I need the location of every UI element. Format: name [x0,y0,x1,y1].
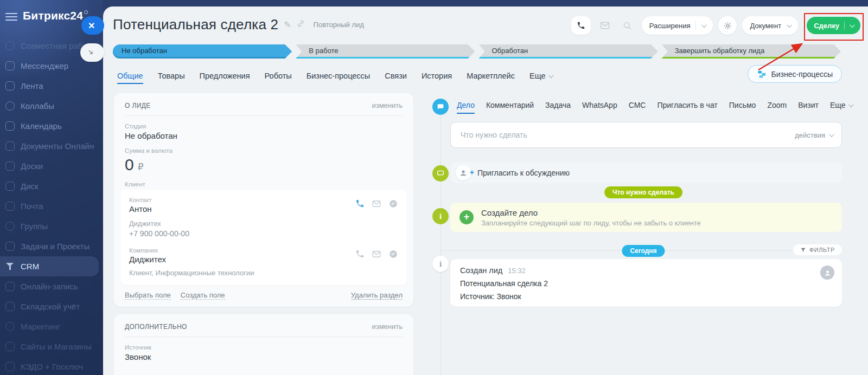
sidebar-item-sites[interactable]: Сайты и Магазины [0,337,103,357]
extensions-dropdown[interactable]: Расширения [642,16,713,35]
stage-not-processed[interactable]: Не обработан [113,44,292,59]
email-icon[interactable] [372,199,381,209]
sidebar-item-collabs[interactable]: Коллабы [0,96,103,116]
activity-more-chevron-icon [848,102,854,107]
feed-icon [5,81,15,90]
sidebar-item-booking[interactable]: Онлайн-запись [0,276,103,296]
create-field-link[interactable]: Создать поле [181,291,225,300]
delete-section-link[interactable]: Удалить раздел [351,291,403,300]
stage-field-label: Стадия [125,123,403,130]
close-slider-button[interactable]: ✕ [81,16,104,35]
activity-tab-comment[interactable]: Комментарий [486,101,534,109]
email-icon[interactable] [372,249,381,259]
activity-tab-visit[interactable]: Визит [798,101,819,109]
activity-tab-more[interactable]: Еще [830,101,853,109]
tab-history[interactable]: История [422,72,452,80]
stage-processed[interactable]: Обработан [479,44,658,59]
activity-tab-letter[interactable]: Письмо [729,101,756,109]
actions-dropdown[interactable]: действия [795,131,833,139]
edit-pencil-icon[interactable]: ✎ [284,20,291,30]
lead-detail-panel: Потенциальная сделка 2 ✎ Повторный лид Р… [103,7,868,375]
sidebar-nav: Совместная работа Мессенджер Лента Колла… [0,36,103,375]
sidebar-item-boards[interactable]: Доски [0,156,103,176]
activity-tab-sms[interactable]: СМС [629,101,646,109]
user-avatar-icon [820,266,834,280]
tasks-icon [5,242,15,251]
business-processes-button[interactable]: Бизнес-процессы [748,65,842,83]
search-contact-button[interactable] [619,21,636,31]
filter-funnel-icon [800,247,806,253]
select-field-link[interactable]: Выбрать поле [125,291,171,300]
stage-finish[interactable]: Завершить обработку лида [662,44,841,59]
email-icon [599,20,610,31]
collaboration-icon [5,41,15,50]
sidebar-item-groups[interactable]: Группы [0,216,103,236]
contact-label: Контакт [129,197,152,203]
call-button[interactable] [571,16,591,35]
sidebar-item-documents[interactable]: Документы Онлайн [0,136,103,156]
main-tabs: Общие Товары Предложения Роботы Бизнес-п… [117,68,552,83]
tab-marketplace[interactable]: Маркетплейс [467,72,515,80]
sidebar-item-kedo[interactable]: КЭДО + Госключ [0,357,103,375]
tab-general[interactable]: Общие [117,72,143,80]
company-name[interactable]: Диджитех [129,255,166,264]
sidebar-item-tasks[interactable]: Задачи и Проекты [0,236,103,256]
close-icon: ✕ [88,21,95,31]
extra-card-edit-link[interactable]: изменить [372,322,403,331]
stage-in-progress[interactable]: В работе [296,44,475,59]
phone-icon[interactable] [355,249,365,258]
sidebar-item-mail[interactable]: Почта [0,196,103,216]
contact-name[interactable]: Антон [129,204,152,214]
comment-bubble-icon [432,165,449,182]
documents-icon [5,141,15,151]
amount-field-label: Сумма и валюта [125,147,403,154]
page-header: Потенциальная сделка 2 ✎ Повторный лид [113,16,364,33]
hint-title[interactable]: Создайте дело [481,208,701,217]
tab-business-processes[interactable]: Бизнес-процессы [307,72,371,80]
document-dropdown[interactable]: Документ [742,16,798,35]
email-button[interactable] [596,20,614,31]
sidebar-item-disk[interactable]: Диск [0,176,103,196]
tab-relations[interactable]: Связи [385,72,407,80]
settings-gear-icon [723,21,732,30]
todo-reminder-pill[interactable]: Что нужно сделать [604,186,682,198]
filter-button[interactable]: ФИЛЬТР [793,244,842,255]
hint-plus-icon[interactable]: + [459,210,474,224]
sidebar-item-feed[interactable]: Лента [0,76,103,96]
activity-tab-whatsapp[interactable]: WhatsApp [582,101,617,109]
today-pill[interactable]: Сегодня [622,245,665,257]
timeline-event-card[interactable]: Создан лид 15:32 Потенциальная сделка 2 … [450,259,842,307]
menu-toggle-icon[interactable] [5,13,17,21]
tab-more[interactable]: Еще [529,72,553,80]
chat-icon[interactable] [388,249,398,259]
lead-card-edit-link[interactable]: изменить [372,101,403,109]
crm-icon [5,262,15,271]
invite-discussion-row[interactable]: + Пригласить к обсуждению [450,163,842,183]
groups-icon [5,222,15,231]
tab-quotes[interactable]: Предложения [200,72,250,80]
create-deal-button[interactable]: Сделку [807,17,860,34]
create-activity-hint: + Создайте дело Запланируйте следующий ш… [450,203,842,232]
sidebar-item-crm[interactable]: CRM [0,256,99,276]
app-logo[interactable]: Битрикс24 [23,9,88,22]
activity-chat-icon [432,99,449,115]
contact-phone[interactable]: +7 900 000-00-00 [129,229,398,238]
timeline-rail [441,112,441,375]
activity-tab-task[interactable]: Задача [545,101,571,109]
tab-products[interactable]: Товары [158,72,185,80]
sidebar-item-warehouse[interactable]: Складской учёт [0,296,103,316]
copy-link-icon[interactable] [297,20,305,30]
activity-tab-deal[interactable]: Дело [457,101,475,109]
settings-button[interactable] [718,16,737,35]
invite-plus-icon: + [470,168,474,177]
sidebar-item-marketing[interactable]: Маркетинг [0,316,103,337]
activity-tab-zoom[interactable]: Zoom [767,101,787,109]
sidebar-item-calendar[interactable]: Календарь [0,116,103,136]
activity-tab-invite-chat[interactable]: Пригласить в чат [657,101,717,109]
chat-icon[interactable] [388,199,398,209]
collapse-slider-button[interactable] [80,43,104,62]
phone-icon[interactable] [355,199,365,208]
tabs-more-chevron-icon [548,73,554,78]
todo-input[interactable] [459,130,789,140]
tab-robots[interactable]: Роботы [265,72,292,80]
